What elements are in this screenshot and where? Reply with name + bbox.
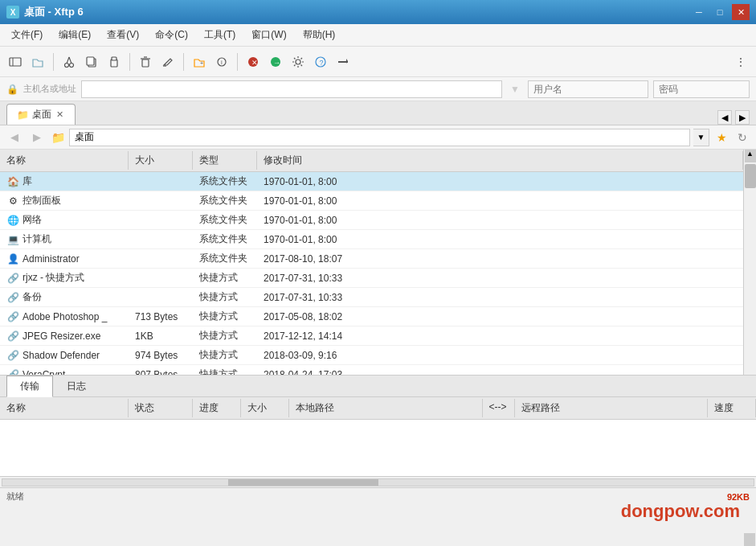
file-icon: ⚙ — [6, 195, 19, 207]
path-dropdown-button[interactable]: ▼ — [693, 129, 709, 146]
user-input[interactable] — [528, 80, 648, 98]
cut-button[interactable] — [59, 51, 80, 72]
table-row[interactable]: ⚙ 控制面板 系统文件夹 1970-01-01, 8:00 — [0, 191, 743, 211]
file-name-cell: 🔗 JPEG Resizer.exe — [0, 326, 129, 345]
new-session-button[interactable] — [5, 51, 26, 72]
svg-point-21 — [296, 60, 300, 64]
menu-item-窗口W[interactable]: 窗口(W) — [243, 25, 294, 45]
host-input[interactable] — [81, 80, 502, 98]
table-row[interactable]: 🔗 JPEG Resizer.exe 1KB 快捷方式 2017-12-12, … — [0, 326, 743, 346]
tab-label: 桌面 — [32, 108, 51, 121]
file-icon: 💻 — [6, 233, 19, 246]
tab-next-button[interactable]: ▶ — [735, 110, 750, 125]
table-row[interactable]: 🔗 rjxz - 快捷方式 快捷方式 2017-07-31, 10:33 — [0, 269, 743, 288]
transfer-col-size: 大小 — [241, 399, 289, 417]
menu-item-文件F[interactable]: 文件(F) — [3, 25, 51, 45]
copy-button[interactable] — [81, 51, 102, 72]
table-row[interactable]: 🔗 VeraCrypt 807 Bytes 快捷方式 2018-04-24, 1… — [0, 365, 743, 375]
header-type[interactable]: 类型 — [193, 151, 257, 170]
file-size-cell: 807 Bytes — [129, 365, 193, 375]
file-size-cell — [129, 249, 193, 268]
svg-rect-0 — [10, 58, 21, 66]
bookmark-button[interactable]: ★ — [713, 129, 730, 146]
connect-button[interactable]: → — [265, 51, 286, 72]
scroll-track[interactable] — [2, 478, 754, 486]
file-name-cell: 🏠 库 — [0, 172, 129, 191]
maximize-button[interactable]: □ — [711, 4, 729, 20]
paste-button[interactable] — [104, 51, 125, 72]
menu-item-查看V[interactable]: 查看(V) — [99, 25, 147, 45]
horizontal-scrollbar[interactable] — [0, 476, 756, 487]
table-row[interactable]: 🔗 备份 快捷方式 2017-07-31, 10:33 — [0, 288, 743, 307]
rename-button[interactable] — [157, 51, 178, 72]
header-modified[interactable]: 修改时间 — [257, 151, 743, 170]
transfer-col-local: 本地路径 — [289, 399, 483, 417]
path-input[interactable] — [69, 129, 690, 146]
title-bar-left: X 桌面 - Xftp 6 — [6, 5, 84, 19]
scrollbar[interactable]: ▲ — [743, 150, 756, 375]
folder-button[interactable]: + — [189, 51, 210, 72]
file-type-cell: 系统文件夹 — [193, 172, 257, 191]
header-name[interactable]: 名称 — [0, 151, 129, 170]
refresh-button[interactable]: ↻ — [734, 129, 751, 146]
menu-item-工具T[interactable]: 工具(T) — [196, 25, 243, 45]
file-icon: 🔗 — [6, 272, 19, 285]
svg-line-5 — [69, 57, 72, 64]
file-name-cell: 💻 计算机 — [0, 230, 129, 248]
table-row[interactable]: 🌐 网络 系统文件夹 1970-01-01, 8:00 — [0, 211, 743, 230]
table-row[interactable]: 🔗 Adobe Photoshop _ 713 Bytes 快捷方式 2017-… — [0, 307, 743, 326]
open-button[interactable] — [27, 51, 48, 72]
table-row[interactable]: 💻 计算机 系统文件夹 1970-01-01, 8:00 — [0, 230, 743, 249]
forward-button[interactable]: ▶ — [27, 128, 47, 147]
file-type-cell: 系统文件夹 — [193, 191, 257, 210]
expand-button[interactable]: ⋮ — [730, 51, 751, 72]
status-bar: 就绪 92KB — [0, 487, 756, 505]
svg-rect-9 — [112, 57, 116, 60]
menu-item-命令C[interactable]: 命令(C) — [147, 25, 196, 45]
help-button[interactable]: ? — [310, 51, 331, 72]
file-icon: 👤 — [6, 252, 19, 265]
transfer-col-remote: 远程路径 — [515, 399, 709, 417]
header-size[interactable]: 大小 — [129, 151, 193, 170]
table-row[interactable]: 👤 Administrator 系统文件夹 2017-08-10, 18:07 — [0, 249, 743, 269]
back-button[interactable]: ◀ — [5, 128, 24, 147]
properties-button[interactable]: i — [211, 51, 232, 72]
bottom-tabs: 传输 日志 — [0, 376, 756, 397]
tab-close-button[interactable]: ✕ — [55, 109, 65, 120]
log-tab[interactable]: 日志 — [53, 376, 100, 396]
svg-rect-7 — [87, 57, 94, 65]
lock-icon: 🔒 — [6, 84, 18, 95]
menu-item-帮助H[interactable]: 帮助(H) — [295, 25, 344, 45]
password-input[interactable] — [653, 80, 750, 98]
more-button[interactable] — [333, 51, 353, 72]
folder-tab-icon: 📁 — [17, 109, 29, 121]
file-size-cell: 713 Bytes — [129, 307, 193, 326]
scroll-thumb[interactable] — [228, 479, 378, 486]
address-bar: 🔒 主机名或地址 ▼ — [0, 77, 756, 101]
file-list: 🏠 库 系统文件夹 1970-01-01, 8:00 ⚙ 控制面板 系统文件夹 … — [0, 172, 743, 375]
title-bar: X 桌面 - Xftp 6 ─ □ ✕ — [0, 0, 756, 24]
stop-button[interactable]: ✕ — [243, 51, 264, 72]
transfer-tab[interactable]: 传输 — [6, 376, 53, 397]
delete-button[interactable] — [135, 51, 156, 72]
file-modified-cell: 2017-05-08, 18:02 — [257, 307, 743, 326]
file-size-cell — [129, 191, 193, 210]
file-icon: 🔗 — [6, 291, 19, 304]
tab-desktop[interactable]: 📁 桌面 ✕ — [6, 104, 76, 125]
tab-prev-button[interactable]: ◀ — [717, 110, 732, 125]
minimize-button[interactable]: ─ — [690, 4, 708, 20]
menu-item-编辑E[interactable]: 编辑(E) — [51, 25, 99, 45]
table-row[interactable]: 🏠 库 系统文件夹 1970-01-01, 8:00 — [0, 172, 743, 191]
file-icon: 🔗 — [6, 310, 19, 323]
file-type-cell: 快捷方式 — [193, 346, 257, 364]
file-type-cell: 系统文件夹 — [193, 230, 257, 248]
file-modified-cell: 2017-07-31, 10:33 — [257, 269, 743, 287]
file-type-cell: 快捷方式 — [193, 288, 257, 306]
transfer-header: 名称 状态 进度 大小 本地路径 <--> 远程路径 速度 — [0, 397, 756, 420]
file-name-cell: 🔗 VeraCrypt — [0, 365, 129, 375]
close-button[interactable]: ✕ — [732, 4, 750, 20]
settings-button[interactable] — [288, 51, 309, 72]
table-row[interactable]: 🔗 Shadow Defender 974 Bytes 快捷方式 2018-03… — [0, 346, 743, 365]
svg-text:✕: ✕ — [251, 59, 258, 67]
file-icon: 🌐 — [6, 214, 19, 227]
